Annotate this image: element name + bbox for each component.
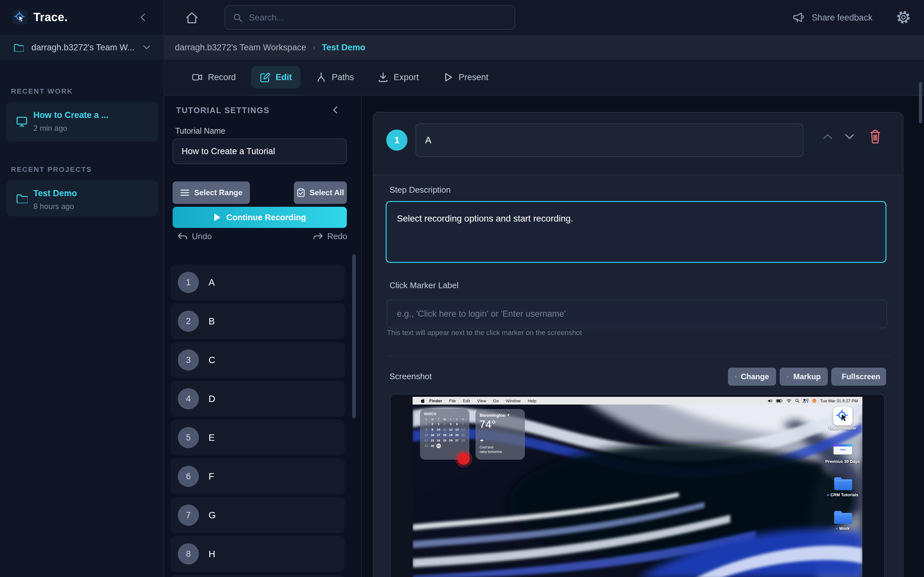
- delete-step-icon[interactable]: [869, 129, 882, 144]
- sidebar: Trace. darragh.b3272's Team W... RECENT …: [0, 0, 164, 577]
- control-center-icon: [803, 399, 809, 403]
- recent-work-title: How to Create a ...: [33, 110, 108, 120]
- workspace-folder-icon: [13, 43, 24, 52]
- panel-title: TUTORIAL SETTINGS: [176, 106, 270, 115]
- pencil-square-icon: [260, 72, 270, 83]
- undo-button[interactable]: Undo: [177, 231, 212, 242]
- recent-work-item[interactable]: How to Create a ... 2 min ago: [6, 102, 158, 142]
- app-dot-icon: [812, 398, 817, 403]
- tab-export[interactable]: Export: [369, 66, 427, 89]
- click-marker-dot: [457, 453, 470, 465]
- tab-edit[interactable]: Edit: [251, 66, 300, 89]
- step-description-label: Step Description: [389, 185, 451, 195]
- desktop-icon-previous-30-days[interactable]: Trace: [834, 444, 852, 455]
- play-icon: [213, 213, 221, 222]
- desktop-icon-crm-tutorials[interactable]: [833, 476, 853, 490]
- spotlight-icon: [795, 398, 800, 403]
- mode-tabs: Record Edit Paths Export Present: [164, 60, 924, 95]
- search-input[interactable]: [249, 13, 507, 23]
- location-arrow-icon: [507, 414, 510, 417]
- move-step-down-icon[interactable]: [844, 132, 855, 141]
- step-card-header: 1: [373, 113, 903, 175]
- click-marker-help-text: This text will appear next to the click …: [387, 329, 582, 337]
- breadcrumb-workspace[interactable]: darragh.b3272's Team Workspace: [175, 43, 306, 53]
- step-editor-card: 1 Step Description Select recording opti…: [373, 112, 903, 577]
- tutorial-name-label: Tutorial Name: [175, 126, 225, 135]
- step-title-input[interactable]: [415, 123, 803, 157]
- step-description-textarea[interactable]: Select recording options and start recor…: [386, 201, 887, 263]
- mac-menu-help[interactable]: Help: [528, 398, 536, 403]
- markup-button[interactable]: Markup: [780, 367, 828, 386]
- mac-menu-go[interactable]: Go: [493, 398, 499, 403]
- wifi-icon: [787, 399, 792, 403]
- recent-project-time: 8 hours ago: [33, 202, 74, 211]
- change-screenshot-button[interactable]: Change: [728, 367, 776, 386]
- mac-screenshot[interactable]: Finder File Edit View Go Window Help Tue…: [413, 397, 863, 577]
- pencil-icon: [787, 372, 789, 381]
- mac-menu-view[interactable]: View: [477, 398, 486, 403]
- panel-collapse-icon[interactable]: [331, 105, 339, 115]
- redo-button[interactable]: Redo: [312, 231, 347, 242]
- megaphone-icon: [792, 11, 806, 24]
- step-list-item[interactable]: [171, 575, 345, 577]
- step-list-item[interactable]: 4D: [171, 381, 345, 417]
- app-title: Trace.: [33, 11, 68, 24]
- image-icon: [735, 372, 736, 381]
- breadcrumb-current: Test Demo: [322, 43, 365, 53]
- desktop-icon-trace-installer[interactable]: [833, 407, 853, 425]
- desktop-label-previous-30-days: Previous 30 Days: [819, 459, 863, 464]
- recent-project-item[interactable]: Test Demo 8 hours ago: [6, 180, 158, 216]
- tutorial-name-input[interactable]: [173, 139, 347, 164]
- click-marker-label: Click Marker Label: [389, 280, 459, 290]
- calendar-grid: SMTWTFS123456789101112131415161718192021…: [423, 418, 466, 448]
- calendar-widget: MARCH SMTWTFS123456789101112131415161718…: [420, 409, 469, 460]
- desktop-icon-work[interactable]: [833, 509, 853, 524]
- mac-menu-file[interactable]: File: [449, 398, 456, 403]
- mac-menu-finder[interactable]: Finder: [429, 398, 442, 403]
- gear-icon[interactable]: [896, 10, 911, 25]
- step-list-item[interactable]: 1A: [171, 264, 345, 300]
- fullscreen-button[interactable]: Fullscreen: [831, 367, 886, 386]
- trace-logo-icon: [13, 10, 27, 25]
- tab-record[interactable]: Record: [184, 66, 244, 89]
- tab-paths[interactable]: Paths: [307, 66, 362, 89]
- step-list-item[interactable]: 7G: [171, 497, 345, 533]
- step-list-item[interactable]: 2B: [171, 303, 345, 339]
- calendar-month: MARCH: [424, 412, 436, 416]
- step-list-item[interactable]: 8H: [171, 536, 345, 572]
- branch-icon: [316, 72, 326, 83]
- mac-menu-window[interactable]: Window: [506, 398, 520, 403]
- step-list-item[interactable]: 5E: [171, 420, 345, 456]
- undo-icon: [177, 232, 188, 242]
- recent-projects-header: RECENT PROJECTS: [11, 165, 92, 174]
- desktop-label-trace-installer: Trace Installer: [819, 426, 863, 430]
- workspace-name: darragh.b3272's Team W...: [31, 43, 134, 53]
- breadcrumb: darragh.b3272's Team Workspace › Test De…: [164, 35, 924, 60]
- page-scrollbar[interactable]: [919, 82, 922, 123]
- sidebar-header: Trace.: [0, 0, 164, 35]
- step-list-item[interactable]: 6F: [171, 458, 345, 494]
- clipboard-check-icon: [297, 188, 305, 197]
- step-list: 1A 2B 3C 4D 5E 6F 7G 8H: [171, 264, 345, 577]
- step-list-item[interactable]: 3C: [171, 342, 345, 378]
- search-bar[interactable]: [225, 5, 515, 30]
- home-icon[interactable]: [184, 11, 199, 25]
- click-marker-input[interactable]: [387, 300, 887, 328]
- weather-widget: Bloomington 74° ☂ Cool andrainy tomorrow: [475, 409, 525, 460]
- weather-city: Bloomington: [480, 413, 505, 418]
- workspace-selector[interactable]: darragh.b3272's Team W...: [0, 35, 164, 60]
- share-feedback-button[interactable]: Share feedback: [792, 9, 872, 26]
- redo-icon: [312, 232, 323, 242]
- desktop-label-crm-tutorials: ● CRM Tutorials: [819, 492, 863, 497]
- sidebar-collapse-icon[interactable]: [139, 13, 147, 22]
- step-number-badge: 1: [386, 129, 407, 151]
- move-step-up-icon[interactable]: [822, 132, 834, 141]
- continue-recording-button[interactable]: Continue Recording: [173, 207, 347, 228]
- search-icon: [233, 13, 242, 23]
- select-range-button[interactable]: Select Range: [173, 181, 250, 204]
- tab-present[interactable]: Present: [434, 66, 497, 89]
- panel-scrollbar[interactable]: [352, 254, 356, 418]
- battery-icon: [776, 399, 783, 403]
- mac-menu-edit[interactable]: Edit: [463, 398, 470, 403]
- select-all-button[interactable]: Select All: [294, 181, 347, 204]
